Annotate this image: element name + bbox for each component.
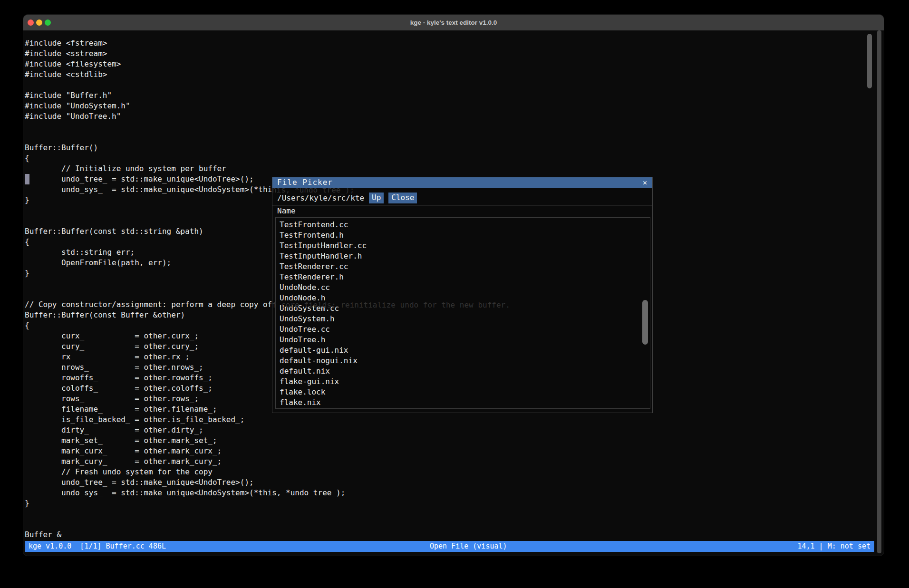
status-cursor-position: 14,1 | M: not set xyxy=(797,541,870,552)
editor-scrollbar-thumb[interactable] xyxy=(867,34,872,88)
file-row[interactable]: TestRenderer.cc xyxy=(276,261,650,272)
dialog-separator xyxy=(272,205,652,205)
file-row[interactable]: default.nix xyxy=(276,366,650,376)
close-button[interactable]: Close xyxy=(388,193,417,203)
file-row[interactable]: TestInputHandler.h xyxy=(276,251,650,261)
file-list: TestFrontend.ccTestFrontend.hTestInputHa… xyxy=(275,217,650,409)
text-cursor xyxy=(25,174,29,184)
file-row[interactable]: default-nogui.nix xyxy=(276,356,650,366)
file-row[interactable]: flake.lock xyxy=(276,387,650,397)
status-bar: kge v1.0.0 [1/1] Buffer.cc 486L Open Fil… xyxy=(25,541,874,552)
file-row[interactable]: TestInputHandler.cc xyxy=(276,241,650,251)
file-list-scrollbar-thumb[interactable] xyxy=(642,300,648,345)
window-titlebar: kge - kyle's text editor v1.0.0 xyxy=(23,15,884,30)
file-row[interactable]: UndoTree.h xyxy=(276,335,650,345)
dialog-close-icon[interactable]: ✕ xyxy=(643,177,647,188)
file-picker-dialog: (*this, *undo_tree_); y of core fields; … xyxy=(272,177,653,413)
dialog-title: File Picker xyxy=(277,177,333,188)
file-row[interactable]: UndoTree.cc xyxy=(276,324,650,335)
file-row[interactable]: TestFrontend.h xyxy=(276,230,650,241)
file-row[interactable]: flake.nix xyxy=(276,397,650,408)
file-row[interactable]: TestFrontend.cc xyxy=(276,220,650,230)
file-row[interactable]: TestRenderer.h xyxy=(276,272,650,282)
up-button[interactable]: Up xyxy=(369,193,384,203)
file-row[interactable]: UndoSystem.h xyxy=(276,314,650,324)
editor-scrollbar-track[interactable] xyxy=(877,30,881,553)
status-mode: Open File (visual) xyxy=(430,541,507,552)
status-file-info: kge v1.0.0 [1/1] Buffer.cc 486L xyxy=(29,541,166,552)
window-title: kge - kyle's text editor v1.0.0 xyxy=(23,15,884,30)
file-row[interactable]: default-gui.nix xyxy=(276,345,650,356)
file-row[interactable]: UndoNode.cc xyxy=(276,282,650,293)
name-column-header: Name xyxy=(277,206,296,215)
dialog-titlebar[interactable]: File Picker ✕ xyxy=(272,177,652,188)
ghost-code-line-26: y of core fields; reinitialize undo for … xyxy=(272,300,510,310)
app-window: #include <fstream> #include <sstream> #i… xyxy=(23,14,884,556)
file-row[interactable]: flake-gui.nix xyxy=(276,376,650,387)
